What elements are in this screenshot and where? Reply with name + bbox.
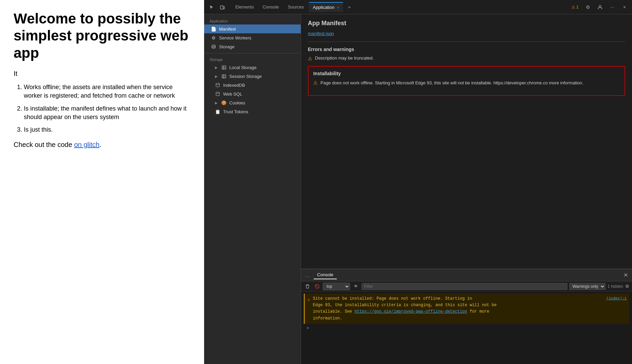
console-line-ref[interactable]: (index):1 bbox=[606, 296, 627, 302]
svg-rect-1 bbox=[223, 6, 224, 9]
console-warning-icon: ⚠ bbox=[307, 296, 310, 303]
console-warning-message: ⚠ Site cannot be installed: Page does no… bbox=[304, 294, 629, 324]
trust-tokens-label: Trust Tokens bbox=[223, 109, 248, 114]
cookies-label: Cookies bbox=[229, 100, 245, 105]
sidebar-item-service-workers[interactable]: ⚙ Service Workers bbox=[204, 33, 301, 42]
sidebar-divider bbox=[204, 53, 301, 53]
local-storage-icon bbox=[221, 65, 227, 70]
sidebar-item-cookies[interactable]: ▶ 🍪 Cookies bbox=[204, 98, 301, 107]
sidebar-item-web-sql[interactable]: Web SQL bbox=[204, 89, 301, 98]
list-item-1: Works offline; the assets are installed … bbox=[24, 83, 190, 100]
footer-text: Check out the code on glitch. bbox=[14, 141, 190, 149]
indexeddb-label: IndexedDB bbox=[223, 83, 245, 88]
tab-console[interactable]: Console bbox=[259, 2, 283, 12]
manifest-json-link[interactable]: manifest.json bbox=[308, 31, 625, 36]
glitch-link[interactable]: on glitch bbox=[74, 141, 100, 148]
cursor-icon-btn[interactable] bbox=[207, 2, 216, 12]
installability-text: Page does not work offline. Starting in … bbox=[320, 80, 583, 86]
cookies-icon: 🍪 bbox=[221, 100, 227, 105]
sidebar-item-indexeddb[interactable]: IndexedDB bbox=[204, 81, 301, 89]
indexeddb-icon bbox=[215, 82, 220, 88]
list-item-2: Is installable; the manifest defines wha… bbox=[24, 104, 190, 121]
triangle-icon-2: ▶ bbox=[215, 75, 218, 78]
installability-box: Installability ⚠ Page does not work offl… bbox=[308, 66, 625, 96]
tab-more[interactable]: » bbox=[344, 2, 354, 12]
warning-icon-1: ⚠ bbox=[308, 56, 312, 61]
triangle-icon-3: ▶ bbox=[215, 101, 218, 105]
app-manifest-panel: App Manifest manifest.json Errors and wa… bbox=[301, 14, 632, 269]
list-item-3: Is just this. bbox=[24, 126, 190, 134]
console-msg-line5: information. bbox=[313, 315, 627, 322]
console-section: ... Console ✕ 🚫 top 👁 Warnings only bbox=[301, 269, 632, 364]
errors-heading: Errors and warnings bbox=[308, 47, 625, 52]
filter-console-btn[interactable]: 🚫 bbox=[313, 283, 321, 290]
tab-elements[interactable]: Elements bbox=[231, 2, 258, 12]
webpage-panel: Welcome to possibly the simplest progres… bbox=[0, 0, 204, 364]
sidebar-item-session-storage[interactable]: ▶ Session Storage bbox=[204, 72, 301, 81]
profile-icon-btn[interactable] bbox=[595, 2, 605, 12]
svg-point-12 bbox=[216, 83, 219, 85]
console-tab[interactable]: Console bbox=[314, 271, 337, 279]
devtools-sidebar: Application 📄 Manifest ⚙ Service Workers… bbox=[204, 14, 301, 364]
svg-rect-8 bbox=[222, 75, 226, 78]
sidebar-service-workers-label: Service Workers bbox=[219, 35, 251, 40]
app-manifest-title: App Manifest bbox=[308, 20, 625, 27]
console-toolbar: 🚫 top 👁 Warnings only 1 hidden ⚙ bbox=[301, 281, 632, 292]
storage-icon bbox=[211, 44, 216, 49]
hidden-badge: 1 hidden bbox=[608, 284, 623, 289]
warning-triangle-icon: ⚠ bbox=[571, 5, 575, 10]
warning-icon-2: ⚠ bbox=[313, 80, 318, 85]
sidebar-storage-section-label: Storage bbox=[204, 55, 301, 63]
main-content: App Manifest manifest.json Errors and wa… bbox=[301, 14, 632, 364]
console-filter-input[interactable] bbox=[362, 283, 567, 290]
settings-icon-btn[interactable]: ⚙ bbox=[583, 2, 593, 12]
devtools-topbar: Elements Console Sources Application × »… bbox=[204, 0, 632, 14]
warning-description-text: Description may be truncated. bbox=[315, 55, 374, 61]
tab-sources[interactable]: Sources bbox=[284, 2, 308, 12]
console-gear-icon[interactable]: ⚙ bbox=[625, 284, 629, 289]
warning-description: ⚠ Description may be truncated. bbox=[308, 55, 625, 61]
local-storage-label: Local Storage bbox=[229, 65, 256, 70]
trust-tokens-icon: 📋 bbox=[215, 109, 220, 114]
console-body: ⚠ Site cannot be installed: Page does no… bbox=[301, 292, 632, 364]
app-panel-content: Application 📄 Manifest ⚙ Service Workers… bbox=[204, 14, 632, 364]
console-url-link[interactable]: https://goo.gle/improved-pwa-offline-det… bbox=[354, 309, 467, 314]
device-icon-btn[interactable] bbox=[218, 2, 227, 12]
sidebar-item-local-storage[interactable]: ▶ Local Storage bbox=[204, 63, 301, 72]
feature-list: Works offline; the assets are installed … bbox=[24, 83, 190, 134]
installability-title: Installability bbox=[313, 71, 620, 76]
svg-point-3 bbox=[212, 45, 215, 46]
tab-application[interactable]: Application × bbox=[309, 2, 344, 12]
frame-selector[interactable]: top bbox=[323, 283, 350, 290]
sidebar-item-manifest[interactable]: 📄 Manifest bbox=[204, 24, 301, 33]
sidebar-item-trust-tokens[interactable]: 📋 Trust Tokens bbox=[204, 107, 301, 116]
console-close-btn[interactable]: ✕ bbox=[622, 270, 629, 280]
tab-close-icon[interactable]: × bbox=[337, 5, 339, 10]
sidebar-storage-label: Storage bbox=[219, 44, 235, 49]
svg-point-13 bbox=[216, 92, 219, 94]
eye-icon-btn[interactable]: 👁 bbox=[352, 283, 360, 290]
sidebar-application-label: Application bbox=[204, 17, 301, 24]
console-topbar: ... Console ✕ bbox=[301, 269, 632, 281]
console-msg-line2: Edge 93, the installability criteria is … bbox=[313, 302, 627, 309]
console-msg-line3: installable. See https://goo.gle/improve… bbox=[313, 309, 627, 315]
web-sql-label: Web SQL bbox=[223, 92, 242, 97]
page-heading: Welcome to possibly the simplest progres… bbox=[14, 10, 190, 62]
svg-point-2 bbox=[599, 5, 601, 7]
service-workers-icon: ⚙ bbox=[211, 35, 216, 40]
session-storage-label: Session Storage bbox=[229, 74, 262, 79]
svg-rect-4 bbox=[222, 66, 226, 69]
more-options-icon-btn[interactable]: ··· bbox=[608, 2, 617, 12]
triangle-icon: ▶ bbox=[215, 66, 218, 69]
log-level-select[interactable]: Warnings only bbox=[569, 283, 605, 290]
close-icon-btn[interactable]: × bbox=[620, 2, 629, 12]
intro-text: It bbox=[14, 70, 190, 78]
manifest-icon: 📄 bbox=[211, 26, 216, 32]
console-dots[interactable]: ... bbox=[304, 272, 311, 278]
devtools-panel: Elements Console Sources Application × »… bbox=[204, 0, 632, 364]
console-prompt[interactable]: > bbox=[304, 324, 629, 332]
sidebar-manifest-label: Manifest bbox=[219, 27, 236, 32]
warning-badge[interactable]: ⚠ 1 bbox=[570, 4, 580, 10]
clear-console-btn[interactable] bbox=[304, 283, 311, 290]
sidebar-item-storage[interactable]: Storage bbox=[204, 42, 301, 51]
